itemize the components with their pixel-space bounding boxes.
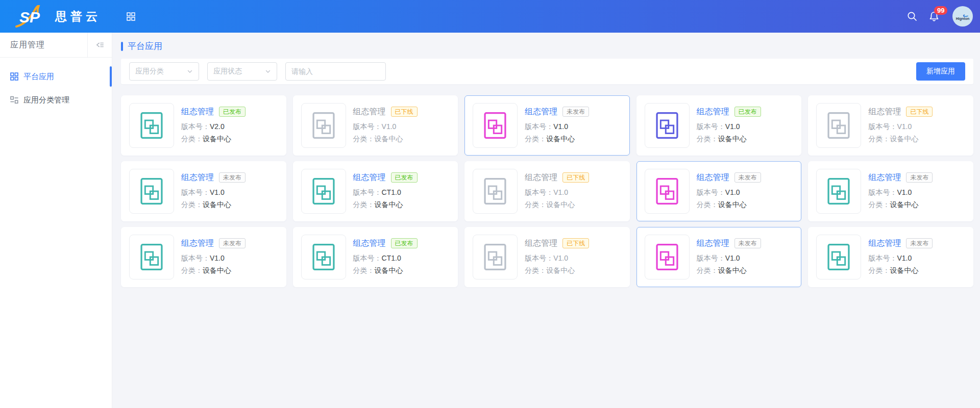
app-title[interactable]: 组态管理	[868, 238, 901, 249]
app-version-line: 版本号：V1.0	[868, 186, 933, 198]
version-label: 版本号：	[868, 122, 897, 131]
category-value: 设备中心	[375, 135, 403, 143]
app-version-line: 版本号：V1.0	[525, 252, 589, 264]
app-card[interactable]: 组态管理 已发布 版本号：V2.0 分类：设备中心	[121, 95, 286, 156]
app-title[interactable]: 组态管理	[525, 238, 557, 249]
app-card[interactable]: 组态管理 未发布 版本号：V1.0 分类：设备中心	[808, 161, 973, 221]
version-label: 版本号：	[181, 122, 210, 131]
app-version-line: 版本号：V1.0	[525, 120, 589, 133]
app-title[interactable]: 组态管理	[353, 107, 386, 117]
app-logo-icon	[473, 235, 518, 279]
app-title[interactable]: 组态管理	[181, 172, 214, 183]
app-version-line: 版本号：V1.0	[181, 186, 246, 198]
version-value: V1.0	[382, 122, 397, 131]
app-category-line: 分类：设备中心	[697, 264, 761, 276]
category-label: 分类：	[697, 200, 718, 209]
top-header: SP 思普云 99 ᓚ Hignton	[0, 0, 980, 33]
app-category-select[interactable]: 应用分类	[129, 62, 199, 81]
app-version-line: 版本号：V1.0	[697, 120, 761, 133]
category-label: 分类：	[868, 135, 890, 143]
version-value: V1.0	[897, 188, 912, 196]
app-logo-icon	[301, 235, 346, 279]
version-value: V1.0	[897, 254, 912, 262]
version-value: V1.0	[553, 122, 568, 131]
app-status-badge: 已下线	[391, 107, 418, 117]
apps-menu-icon[interactable]	[127, 12, 135, 21]
version-label: 版本号：	[353, 254, 382, 262]
add-app-button[interactable]: 新增应用	[916, 62, 965, 81]
app-logo-icon	[645, 103, 690, 148]
app-card[interactable]: 组态管理 未发布 版本号：V1.0 分类：设备中心	[636, 161, 802, 221]
app-card[interactable]: 组态管理 已发布 版本号：CT1.0 分类：设备中心	[293, 227, 458, 287]
app-status-badge: 未发布	[906, 172, 933, 183]
category-label: 分类：	[181, 135, 203, 143]
app-logo-icon	[129, 235, 174, 279]
app-logo-icon	[645, 169, 690, 214]
app-title[interactable]: 组态管理	[181, 238, 214, 249]
app-logo-icon	[473, 103, 518, 148]
app-title[interactable]: 组态管理	[353, 238, 386, 249]
sidebar-item-label: 平台应用	[23, 72, 54, 82]
app-card[interactable]: 组态管理 未发布 版本号：V1.0 分类：设备中心	[464, 95, 630, 156]
category-label: 分类：	[353, 266, 375, 274]
app-category-line: 分类：设备中心	[868, 133, 933, 145]
app-title[interactable]: 组态管理	[868, 107, 901, 117]
collapse-sidebar-icon[interactable]	[87, 33, 112, 57]
app-card[interactable]: 组态管理 已下线 版本号：V1.0 分类：设备中心	[293, 95, 458, 156]
app-card[interactable]: 组态管理 未发布 版本号：V1.0 分类：设备中心	[121, 227, 286, 287]
app-card[interactable]: 组态管理 已下线 版本号：V1.0 分类：设备中心	[464, 161, 630, 221]
search-icon[interactable]	[906, 11, 918, 22]
search-input[interactable]	[285, 62, 386, 81]
app-title[interactable]: 组态管理	[525, 172, 557, 183]
app-status-select[interactable]: 应用状态	[207, 62, 277, 81]
sidebar-item-platform-apps[interactable]: 平台应用	[0, 65, 112, 88]
app-card[interactable]: 组态管理 已下线 版本号：V1.0 分类：设备中心	[808, 95, 973, 156]
app-card[interactable]: 组态管理 已发布 版本号：CT1.0 分类：设备中心	[293, 161, 458, 221]
app-title[interactable]: 组态管理	[868, 172, 901, 183]
category-value: 设备中心	[718, 266, 747, 274]
app-title[interactable]: 组态管理	[697, 238, 729, 249]
app-card[interactable]: 组态管理 已下线 版本号：V1.0 分类：设备中心	[464, 227, 630, 287]
app-title[interactable]: 组态管理	[697, 107, 729, 117]
app-logo-icon	[129, 169, 174, 214]
version-value: V1.0	[210, 254, 225, 262]
user-avatar[interactable]: ᓚ Hignton	[952, 6, 973, 27]
app-title[interactable]: 组态管理	[697, 172, 729, 183]
app-title[interactable]: 组态管理	[525, 107, 557, 117]
app-status-badge: 已下线	[562, 172, 589, 183]
app-category-line: 分类：设备中心	[868, 264, 933, 276]
app-category-line: 分类：设备中心	[353, 264, 418, 276]
app-version-line: 版本号：V1.0	[525, 186, 589, 198]
page-title: 平台应用	[128, 40, 162, 52]
version-value: V2.0	[210, 122, 225, 131]
svg-text:SP: SP	[19, 9, 40, 26]
category-value: 设备中心	[890, 200, 918, 209]
category-list-icon	[10, 96, 18, 104]
app-category-line: 分类：设备中心	[353, 133, 418, 145]
version-value: CT1.0	[382, 254, 401, 262]
brand-logo[interactable]: SP 思普云	[0, 5, 101, 28]
app-category-line: 分类：设备中心	[525, 133, 589, 145]
app-title[interactable]: 组态管理	[181, 107, 214, 117]
app-card[interactable]: 组态管理 已发布 版本号：V1.0 分类：设备中心	[636, 95, 802, 156]
app-version-line: 版本号：V1.0	[697, 186, 761, 198]
app-status-badge: 已发布	[219, 107, 246, 117]
category-value: 设备中心	[375, 200, 403, 209]
version-label: 版本号：	[525, 254, 553, 262]
app-card[interactable]: 组态管理 未发布 版本号：V1.0 分类：设备中心	[121, 161, 286, 221]
app-card[interactable]: 组态管理 未发布 版本号：V1.0 分类：设备中心	[636, 227, 802, 287]
brand-name: 思普云	[55, 9, 101, 24]
app-status-badge: 未发布	[562, 107, 589, 117]
app-version-line: 版本号：CT1.0	[353, 186, 418, 198]
app-logo-icon	[645, 235, 690, 279]
app-title[interactable]: 组态管理	[353, 172, 386, 183]
app-card[interactable]: 组态管理 未发布 版本号：V1.0 分类：设备中心	[808, 227, 973, 287]
category-value: 设备中心	[375, 266, 403, 274]
version-label: 版本号：	[353, 188, 382, 196]
version-label: 版本号：	[697, 254, 725, 262]
notification-bell-icon[interactable]: 99	[928, 10, 940, 22]
sidebar-item-app-category-management[interactable]: 应用分类管理	[0, 88, 112, 112]
page-title-row: 平台应用	[121, 40, 973, 52]
category-label: 分类：	[525, 135, 546, 143]
app-status-badge: 未发布	[734, 238, 761, 248]
